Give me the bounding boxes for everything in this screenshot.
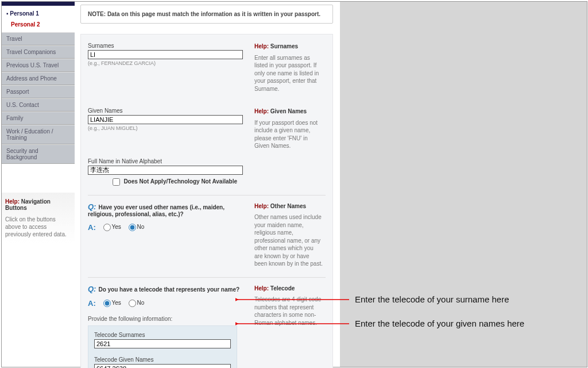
telecode-given-input[interactable] xyxy=(94,364,231,369)
help-prefix-3: Help: xyxy=(254,203,269,209)
surnames-input[interactable] xyxy=(88,50,243,59)
nav-travel[interactable]: Travel xyxy=(2,32,75,45)
provide-label: Provide the following information: xyxy=(88,316,249,322)
nav-work-education-training[interactable]: Work / Education / Training xyxy=(2,125,75,144)
divider-2 xyxy=(88,277,326,278)
help-prefix-4: Help: xyxy=(254,285,269,292)
form-area: Surnames (e.g., FERNANDEZ GARCIA) Help: … xyxy=(80,34,333,368)
a-icon-2: A: xyxy=(88,299,96,308)
annotation-1: Enter the telecode of your surname here xyxy=(355,294,509,304)
surnames-label: Surnames xyxy=(88,43,249,49)
arrow-2 xyxy=(235,320,350,327)
help-prefix-1: Help: xyxy=(254,43,269,49)
q-icon-2: Q: xyxy=(88,285,96,293)
help-given-title: Given Names xyxy=(270,108,307,114)
given-hint: (e.g., JUAN MIGUEL) xyxy=(88,125,249,131)
annotation-2: Enter the telecode of your given names h… xyxy=(355,319,524,328)
nav-personal-2[interactable]: Personal 2 xyxy=(6,21,70,28)
given-label: Given Names xyxy=(88,108,249,114)
na-checkbox[interactable] xyxy=(113,178,120,186)
help-other-title: Other Names xyxy=(270,203,306,209)
q2-no-radio[interactable] xyxy=(129,300,136,307)
nav-personal: Personal 1 Personal 2 xyxy=(2,6,75,32)
na-checkbox-label: Does Not Apply/Technology Not Available xyxy=(123,178,237,185)
nav-help-prefix: Help: xyxy=(5,198,20,205)
divider-1 xyxy=(88,195,326,195)
a-icon: A: xyxy=(88,223,96,232)
help-surnames-title: Surnames xyxy=(270,43,298,49)
given-input[interactable] xyxy=(88,115,243,124)
q2-yes-label: Yes xyxy=(112,300,121,306)
native-label: Full Name in Native Alphabet xyxy=(88,158,249,164)
main-content: NOTE: Data on this page must match the i… xyxy=(80,5,333,368)
nav-us-contact[interactable]: U.S. Contact xyxy=(2,98,75,112)
telecode-box: Telecode Surnames Telecode Given Names xyxy=(88,325,237,369)
telecode-surnames-label: Telecode Surnames xyxy=(94,332,231,338)
help-prefix-2: Help: xyxy=(254,108,269,114)
nav-help-box: Help: Navigation Buttons Click on the bu… xyxy=(2,193,75,244)
nav-help-text: Click on the buttons above to access pre… xyxy=(5,216,71,238)
nav-personal-1[interactable]: Personal 1 xyxy=(6,10,70,17)
q1-no-radio[interactable] xyxy=(129,224,136,231)
help-telecode-title: Telecode xyxy=(270,285,295,292)
nav-family[interactable]: Family xyxy=(2,112,75,125)
nav-previous-us-travel[interactable]: Previous U.S. Travel xyxy=(2,59,75,72)
note-box: NOTE: Data on this page must match the i… xyxy=(80,5,333,24)
help-given-body: If your passport does not include a give… xyxy=(254,119,323,150)
telecode-given-label: Telecode Given Names xyxy=(94,356,231,363)
native-input[interactable] xyxy=(88,166,243,175)
help-other-body: Other names used include your maiden nam… xyxy=(254,213,323,268)
arrow-1 xyxy=(235,296,350,303)
telecode-surnames-input[interactable] xyxy=(94,339,231,348)
nav-passport[interactable]: Passport xyxy=(2,85,75,98)
q1-text: Have you ever used other names (i.e., ma… xyxy=(88,204,225,217)
q2-yes-radio[interactable] xyxy=(103,300,111,307)
q2-text: Do you have a telecode that represents y… xyxy=(98,286,239,293)
q-icon: Q: xyxy=(88,202,96,211)
sidebar: Personal 1 Personal 2 Travel Travel Comp… xyxy=(2,2,75,244)
help-surnames-body: Enter all surnames as listed in your pas… xyxy=(254,54,323,93)
surnames-hint: (e.g., FERNANDEZ GARCIA) xyxy=(88,60,249,66)
nav-travel-companions[interactable]: Travel Companions xyxy=(2,45,75,59)
q1-no-label: No xyxy=(137,224,145,230)
q1-yes-label: Yes xyxy=(112,224,121,230)
nav-security-background[interactable]: Security and Background xyxy=(2,144,75,164)
q2-no-label: No xyxy=(137,300,145,306)
right-grey-area xyxy=(340,2,587,367)
q1-yes-radio[interactable] xyxy=(103,224,111,231)
nav-address-phone[interactable]: Address and Phone xyxy=(2,72,75,85)
